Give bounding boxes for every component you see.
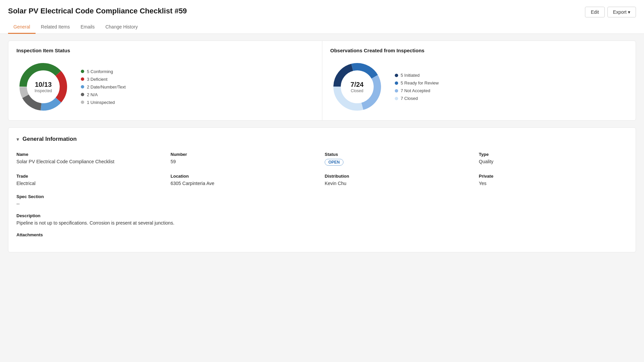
- status-badge: OPEN: [325, 159, 343, 166]
- inspection-donut-chart: 10/13 Inspected: [16, 60, 70, 114]
- observations-donut-center: 7/24 Closed: [351, 81, 364, 93]
- field-name: Name Solar PV Electrical Code Compliance…: [16, 152, 165, 166]
- legend-dot-closed: [395, 97, 398, 100]
- section-header: ▾ General Information: [16, 136, 628, 142]
- legend-dot-initiated: [395, 74, 398, 77]
- tabs-nav: General Related Items Emails Change Hist…: [8, 21, 636, 34]
- legend-item-ready-for-review: 5 Ready for Review: [395, 80, 439, 85]
- tab-related-items[interactable]: Related Items: [36, 21, 75, 34]
- observations-donut-chart: 7/24 Closed: [330, 60, 384, 114]
- field-location: Location 6305 Carpinteria Ave: [171, 174, 320, 186]
- tab-general[interactable]: General: [8, 21, 36, 34]
- legend-dot-date-number-text: [81, 85, 84, 88]
- legend-dot-not-accepted: [395, 89, 398, 93]
- legend-item-na: 2 N/A: [81, 92, 126, 97]
- legend-item-initiated: 5 Initiated: [395, 73, 439, 78]
- legend-item-deficient: 3 Deficient: [81, 77, 126, 82]
- legend-dot-deficient: [81, 77, 84, 81]
- observations-center-label: Closed: [351, 88, 364, 93]
- field-number: Number 59: [171, 152, 320, 166]
- legend-dot-na: [81, 93, 84, 96]
- field-description: Description Pipeline is not up to specif…: [16, 213, 628, 226]
- inspection-center-label: Inspected: [35, 88, 52, 93]
- legend-dot-ready-for-review: [395, 81, 398, 85]
- inspection-status-title: Inspection Item Status: [16, 48, 314, 53]
- field-trade: Trade Electrical: [16, 174, 165, 186]
- collapse-icon[interactable]: ▾: [16, 136, 19, 142]
- inspection-donut-center: 10/13 Inspected: [35, 81, 52, 93]
- info-grid-mid: Trade Electrical Location 6305 Carpinter…: [16, 174, 628, 186]
- field-attachments: Attachments: [16, 232, 628, 237]
- field-spec-section: Spec Section --: [16, 194, 628, 206]
- legend-item-closed: 7 Closed: [395, 96, 439, 101]
- legend-item-conforming: 5 Conforming: [81, 69, 126, 74]
- observations-title: Observations Created from Inspections: [330, 48, 628, 53]
- edit-button[interactable]: Edit: [585, 7, 604, 17]
- charts-card: Inspection Item Status: [8, 41, 636, 121]
- legend-item-uninspected: 1 Uninspected: [81, 100, 126, 105]
- observations-center-num: 7/24: [351, 81, 364, 88]
- legend-item-not-accepted: 7 Not Accepted: [395, 88, 439, 93]
- page-title: Solar PV Electrical Code Compliance Chec…: [8, 7, 636, 15]
- inspection-status-section: Inspection Item Status: [8, 41, 322, 120]
- general-info-card: ▾ General Information Name Solar PV Elec…: [8, 127, 636, 252]
- field-type: Type Quality: [479, 152, 628, 166]
- observations-legend: 5 Initiated 5 Ready for Review 7 Not Acc…: [395, 73, 439, 101]
- legend-dot-uninspected: [81, 101, 84, 104]
- observations-section: Observations Created from Inspections: [322, 41, 636, 120]
- legend-dot-conforming: [81, 70, 84, 73]
- field-distribution: Distribution Kevin Chu: [325, 174, 474, 186]
- export-button[interactable]: Export ▾: [607, 7, 636, 17]
- legend-item-date-number-text: 2 Date/Number/Text: [81, 84, 126, 89]
- info-grid-top: Name Solar PV Electrical Code Compliance…: [16, 152, 628, 166]
- field-status: Status OPEN: [325, 152, 474, 166]
- chevron-down-icon: ▾: [628, 9, 630, 15]
- section-title: General Information: [22, 136, 77, 142]
- tab-change-history[interactable]: Change History: [100, 21, 143, 34]
- inspection-center-num: 10/13: [35, 81, 52, 88]
- tab-emails[interactable]: Emails: [75, 21, 100, 34]
- inspection-legend: 5 Conforming 3 Deficient 2 Date/Number/T…: [81, 69, 126, 105]
- field-private: Private Yes: [479, 174, 628, 186]
